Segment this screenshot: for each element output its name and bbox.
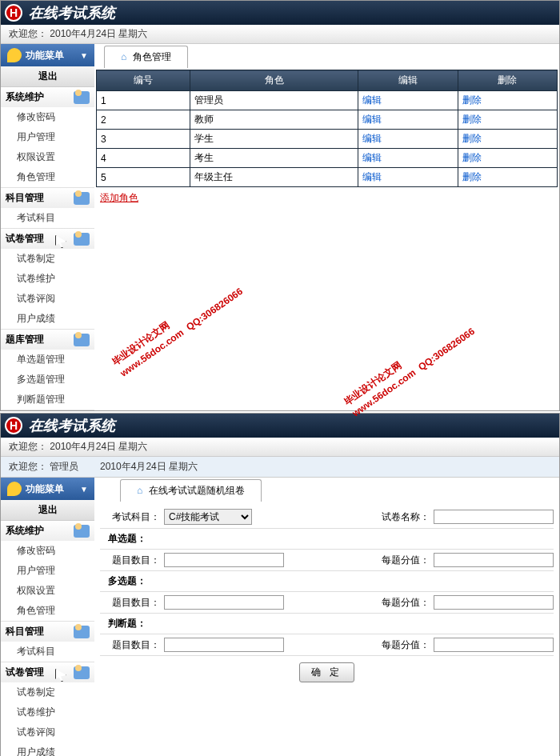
welcome-label: 欢迎您： xyxy=(9,441,47,452)
exit-button[interactable]: 退出 xyxy=(1,500,94,521)
tab-role-management[interactable]: ⌂ 角色管理 xyxy=(104,46,188,68)
menu-group-0[interactable]: 系统维护 xyxy=(1,521,94,541)
person-icon xyxy=(74,525,90,538)
delete-link[interactable]: 删除 xyxy=(462,171,482,182)
delete-link[interactable]: 删除 xyxy=(462,133,482,144)
tab-random-compose[interactable]: ⌂ 在线考试试题随机组卷 xyxy=(120,479,262,502)
person-icon xyxy=(74,233,90,246)
menu-group-3[interactable]: 题库管理 xyxy=(1,330,94,350)
tab-label: 在线考试试题随机组卷 xyxy=(149,485,245,496)
judge-section: 判断题： xyxy=(100,614,554,634)
edit-link[interactable]: 编辑 xyxy=(362,133,382,144)
menu-item[interactable]: 试卷维护 xyxy=(1,702,94,722)
subject-label: 考试科目： xyxy=(100,510,164,524)
menu-header[interactable]: 功能菜单 ▼ xyxy=(1,478,94,500)
tab-label: 角色管理 xyxy=(133,51,171,62)
welcome-bar: 欢迎您： 2010年4月24日 星期六 xyxy=(1,25,559,44)
menu-item[interactable]: 角色管理 xyxy=(1,601,94,621)
menu-title: 功能菜单 xyxy=(26,482,64,496)
app-header: H 在线考试系统 xyxy=(1,1,559,25)
edit-link[interactable]: 编辑 xyxy=(362,171,382,182)
multi-score-input[interactable] xyxy=(434,595,554,610)
menu-group-1[interactable]: 科目管理 xyxy=(1,622,94,642)
col-header: 删除 xyxy=(458,70,557,91)
main-content: ⌂ 角色管理 编号角色编辑删除 1管理员编辑删除2教师编辑删除3学生编辑删除4考… xyxy=(94,44,559,410)
count-label: 题目数目： xyxy=(100,596,164,610)
menu-item[interactable]: 角色管理 xyxy=(1,167,94,187)
bell-icon xyxy=(7,48,22,62)
multi-count-input[interactable] xyxy=(164,595,284,610)
menu-item[interactable]: 试卷评阅 xyxy=(1,722,94,742)
home-icon: ⌂ xyxy=(121,51,126,62)
screen-exam-compose: H 在线考试系统 欢迎您： 2010年4月24日 星期六 欢迎您： 管理员 20… xyxy=(0,413,560,756)
menu-item[interactable]: 试卷维护 xyxy=(1,269,94,289)
count-label: 题目数目： xyxy=(100,554,164,567)
menu-item[interactable]: 用户成绩 xyxy=(1,309,94,329)
count-label: 题目数目： xyxy=(100,638,164,652)
compose-form: 考试科目： C#技能考试 试卷名称： 单选题： 题目数目： 每题分值： 多选题：… xyxy=(96,502,558,693)
menu-item[interactable]: 单选题管理 xyxy=(1,350,94,370)
screen-role-management: H 在线考试系统 欢迎您： 2010年4月24日 星期六 功能菜单 ▼ 退出 系… xyxy=(0,0,560,411)
edit-link[interactable]: 编辑 xyxy=(362,114,382,125)
judge-score-input[interactable] xyxy=(434,638,554,652)
person-icon xyxy=(74,666,90,679)
edit-link[interactable]: 编辑 xyxy=(362,152,382,163)
submit-button[interactable]: 确 定 xyxy=(299,662,354,682)
menu-item[interactable]: 权限设置 xyxy=(1,147,94,167)
menu-item[interactable]: 试卷制定 xyxy=(1,249,94,269)
welcome-label: 欢迎您： xyxy=(9,28,47,39)
app-title: 在线考试系统 xyxy=(29,416,115,435)
logo-icon: H xyxy=(5,4,22,22)
single-count-input[interactable] xyxy=(164,553,284,567)
welcome-label2: 欢迎您： xyxy=(9,461,47,472)
chevron-down-icon: ▼ xyxy=(80,485,88,494)
edit-link[interactable]: 编辑 xyxy=(362,94,382,106)
app-title: 在线考试系统 xyxy=(29,3,115,22)
exit-button[interactable]: 退出 xyxy=(1,66,94,87)
single-score-input[interactable] xyxy=(434,553,554,567)
table-row: 4考生编辑删除 xyxy=(97,149,558,168)
menu-group-0[interactable]: 系统维护 xyxy=(1,87,94,107)
menu-header[interactable]: 功能菜单 ▼ xyxy=(1,44,94,66)
menu-item[interactable]: 试卷评阅 xyxy=(1,289,94,309)
subject-select[interactable]: C#技能考试 xyxy=(164,509,252,525)
welcome-bar: 欢迎您： 2010年4月24日 星期六 xyxy=(1,438,559,457)
menu-item[interactable]: 考试科目 xyxy=(1,208,94,228)
bell-icon xyxy=(7,482,22,496)
logo-icon: H xyxy=(5,417,22,434)
menu-group-2[interactable]: 试卷管理 xyxy=(1,662,94,682)
status-bar: 欢迎您： 管理员 2010年4月24日 星期六 xyxy=(1,457,559,478)
menu-item[interactable]: 用户管理 xyxy=(1,127,94,147)
person-icon xyxy=(74,192,90,205)
date-label: 2010年4月24日 星期六 xyxy=(50,28,147,39)
date-label: 2010年4月24日 星期六 xyxy=(50,441,147,452)
menu-item[interactable]: 修改密码 xyxy=(1,107,94,127)
delete-link[interactable]: 删除 xyxy=(462,152,482,163)
menu-item[interactable]: 多选题管理 xyxy=(1,370,94,390)
menu-item[interactable]: 试卷制定 xyxy=(1,682,94,702)
judge-count-input[interactable] xyxy=(164,638,284,652)
menu-item[interactable]: 考试科目 xyxy=(1,642,94,662)
main-content: ⌂ 在线考试试题随机组卷 考试科目： C#技能考试 试卷名称： 单选题： 题目数… xyxy=(94,478,559,756)
sidebar: 功能菜单 ▼ 退出 系统维护修改密码用户管理权限设置角色管理科目管理考试科目试卷… xyxy=(1,478,94,756)
menu-item[interactable]: 用户成绩 xyxy=(1,742,94,756)
person-icon xyxy=(74,91,90,104)
person-icon xyxy=(74,626,90,638)
add-role-link[interactable]: 添加角色 xyxy=(96,187,142,209)
col-header: 角色 xyxy=(190,70,358,91)
user-role: 管理员 xyxy=(50,461,78,472)
date-label2: 2010年4月24日 星期六 xyxy=(100,461,198,472)
menu-item[interactable]: 权限设置 xyxy=(1,581,94,601)
col-header: 编辑 xyxy=(358,70,458,91)
delete-link[interactable]: 删除 xyxy=(462,114,482,125)
menu-group-1[interactable]: 科目管理 xyxy=(1,188,94,208)
app-header: H 在线考试系统 xyxy=(1,414,559,438)
table-row: 1管理员编辑删除 xyxy=(97,91,558,110)
menu-group-2[interactable]: 试卷管理 xyxy=(1,229,94,249)
single-section: 单选题： xyxy=(100,529,554,550)
menu-item[interactable]: 判断题管理 xyxy=(1,390,94,410)
menu-item[interactable]: 修改密码 xyxy=(1,541,94,561)
menu-item[interactable]: 用户管理 xyxy=(1,561,94,581)
delete-link[interactable]: 删除 xyxy=(462,94,482,106)
paper-name-input[interactable] xyxy=(434,510,554,524)
